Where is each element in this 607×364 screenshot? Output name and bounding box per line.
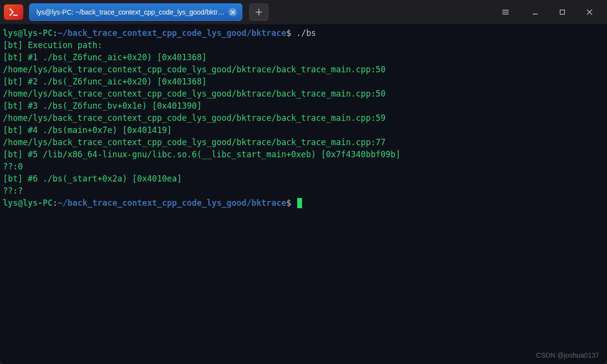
output-line: /home/lys/back_trace_context_cpp_code_ly… (3, 88, 604, 100)
output-line: [bt] #1 ./bs(_Z6func_aic+0x20) [0x401368… (3, 51, 604, 64)
new-tab-button[interactable] (249, 3, 269, 21)
app-icon (4, 4, 23, 20)
output-line: ??:? (3, 185, 604, 197)
output-line: [bt] Execution path: (3, 39, 604, 51)
svg-rect-0 (560, 10, 565, 15)
terminal-output[interactable]: lys@lys-PC:~/back_trace_context_cpp_code… (0, 24, 607, 364)
terminal-window: lys@lys-PC: ~/back_trace_context_cpp_cod… (0, 0, 607, 364)
close-button[interactable] (576, 2, 603, 22)
cursor (297, 198, 302, 208)
output-line: [bt] #3 ./bs(_Z6func_bv+0x1e) [0x401390] (3, 100, 604, 112)
minimize-button[interactable] (522, 2, 549, 22)
window-controls (522, 2, 603, 22)
output-line: [bt] #6 ./bs(_start+0x2a) [0x4010ea] (3, 173, 604, 185)
output-line: [bt] #2 ./bs(_Z6func_aic+0x20) [0x401368… (3, 76, 604, 88)
title-bar: lys@lys-PC: ~/back_trace_context_cpp_cod… (0, 0, 607, 24)
output-line: [bt] #5 /lib/x86_64-linux-gnu/libc.so.6(… (3, 149, 604, 161)
output-line: /home/lys/back_trace_context_cpp_code_ly… (3, 64, 604, 76)
output-line: /home/lys/back_trace_context_cpp_code_ly… (3, 112, 604, 124)
active-tab[interactable]: lys@lys-PC: ~/back_trace_context_cpp_cod… (29, 3, 242, 21)
output-line: ??:0 (3, 161, 604, 173)
tab-title: lys@lys-PC: ~/back_trace_context_cpp_cod… (36, 8, 224, 16)
tab-close-button[interactable] (228, 8, 237, 17)
output-line: [bt] #4 ./bs(main+0x7e) [0x401419] (3, 124, 604, 136)
output-line: /home/lys/back_trace_context_cpp_code_ly… (3, 136, 604, 149)
prompt-line: lys@lys-PC:~/back_trace_context_cpp_code… (3, 27, 604, 39)
maximize-button[interactable] (549, 2, 576, 22)
prompt-line: lys@lys-PC:~/back_trace_context_cpp_code… (3, 197, 604, 209)
menu-button[interactable] (494, 2, 517, 22)
